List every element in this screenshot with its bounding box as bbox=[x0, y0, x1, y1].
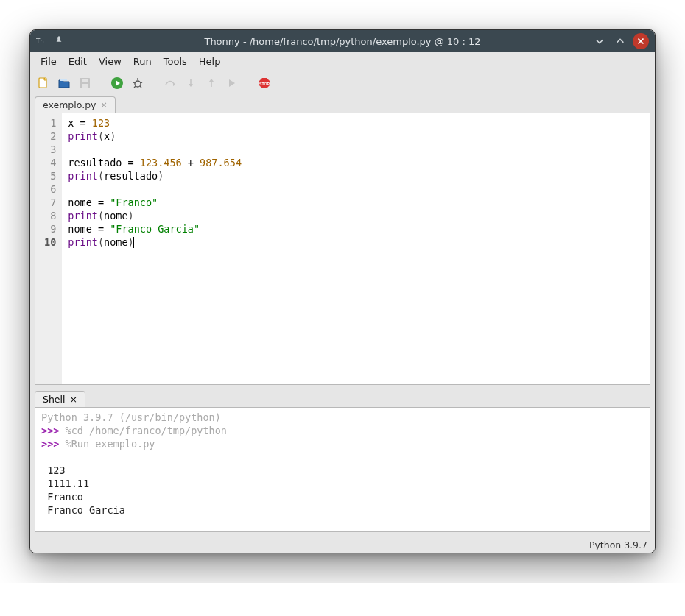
window-title: Thonny - /home/franco/tmp/python/exemplo… bbox=[30, 36, 655, 47]
menu-help[interactable]: Help bbox=[193, 53, 227, 70]
shell-tabbar: Shell × bbox=[30, 385, 655, 407]
svg-line-14 bbox=[141, 82, 142, 83]
svg-text:STOP: STOP bbox=[259, 82, 270, 86]
app-icon: Th bbox=[36, 35, 46, 48]
maximize-button[interactable] bbox=[612, 33, 628, 49]
titlebar[interactable]: Th Thonny - /home/franco/tmp/python/exem… bbox=[30, 30, 655, 52]
run-button[interactable] bbox=[110, 76, 124, 91]
svg-line-13 bbox=[133, 82, 135, 83]
svg-point-11 bbox=[135, 81, 141, 87]
close-shell-tab-icon[interactable]: × bbox=[70, 394, 77, 405]
menu-run[interactable]: Run bbox=[127, 53, 158, 70]
save-file-button[interactable] bbox=[77, 76, 92, 91]
statusbar: Python 3.9.7 bbox=[30, 537, 655, 553]
svg-line-15 bbox=[134, 86, 136, 88]
step-over-button[interactable] bbox=[163, 76, 178, 91]
editor-tabbar: exemplo.py × bbox=[30, 95, 655, 113]
new-file-button[interactable] bbox=[36, 76, 51, 91]
code-area[interactable]: x = 123print(x) resultado = 123.456 + 98… bbox=[62, 113, 650, 384]
resume-button[interactable] bbox=[225, 76, 239, 91]
code-editor[interactable]: 12345678910 x = 123print(x) resultado = … bbox=[35, 113, 650, 385]
app-window: Th Thonny - /home/franco/tmp/python/exem… bbox=[29, 29, 656, 553]
svg-marker-22 bbox=[229, 79, 235, 87]
svg-rect-5 bbox=[60, 79, 67, 81]
shell-panel[interactable]: Python 3.9.7 (/usr/bin/python) >>> %cd /… bbox=[35, 407, 650, 532]
menu-edit[interactable]: Edit bbox=[63, 53, 93, 70]
svg-line-16 bbox=[140, 86, 141, 88]
svg-text:Th: Th bbox=[36, 37, 44, 44]
step-out-button[interactable] bbox=[204, 76, 219, 91]
menu-tools[interactable]: Tools bbox=[158, 53, 193, 70]
svg-rect-7 bbox=[82, 79, 88, 82]
menubar: FileEditViewRunToolsHelp bbox=[30, 52, 655, 71]
close-tab-icon[interactable]: × bbox=[101, 100, 108, 110]
shell-tab-label: Shell bbox=[43, 394, 66, 405]
shell-tab[interactable]: Shell × bbox=[35, 391, 85, 407]
stop-button[interactable]: STOP bbox=[257, 76, 272, 91]
debug-button[interactable] bbox=[130, 76, 145, 91]
interpreter-label[interactable]: Python 3.9.7 bbox=[589, 539, 647, 550]
line-gutter: 12345678910 bbox=[35, 113, 62, 384]
step-into-button[interactable] bbox=[183, 76, 198, 91]
svg-rect-8 bbox=[82, 84, 88, 88]
svg-marker-21 bbox=[209, 79, 214, 82]
toolbar: STOP bbox=[30, 71, 655, 95]
svg-marker-19 bbox=[189, 84, 193, 87]
editor-tab[interactable]: exemplo.py × bbox=[35, 96, 116, 113]
open-file-button[interactable] bbox=[57, 76, 71, 91]
pin-icon[interactable] bbox=[54, 35, 64, 48]
minimize-button[interactable] bbox=[591, 33, 608, 49]
editor-tab-label: exemplo.py bbox=[43, 99, 96, 110]
menu-file[interactable]: File bbox=[35, 53, 63, 70]
close-button[interactable] bbox=[633, 33, 649, 49]
menu-view[interactable]: View bbox=[93, 53, 127, 70]
